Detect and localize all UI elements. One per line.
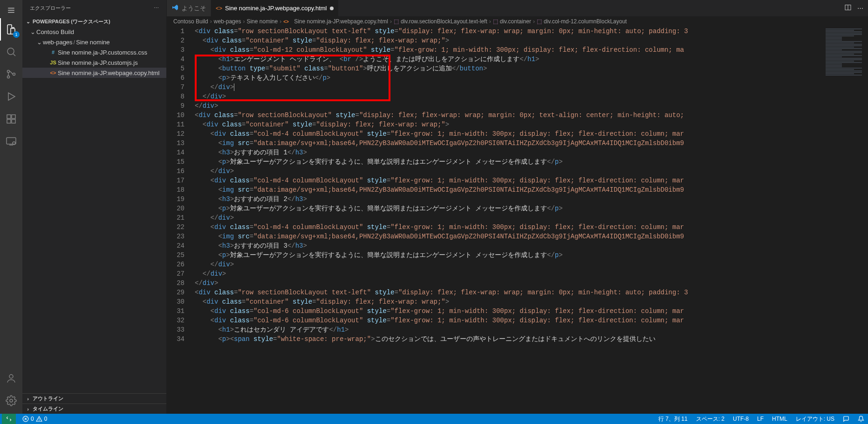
- chevron-right-icon: ›: [24, 406, 32, 412]
- svg-point-24: [39, 420, 39, 421]
- svg-line-4: [14, 54, 15, 56]
- problems-status[interactable]: 0 0: [21, 416, 49, 422]
- file-label: Sine nomine.ja-JP.customjs.js: [58, 59, 138, 66]
- workspace-section-header[interactable]: ⌄ POWERPAGES (ワークスペース): [22, 16, 166, 27]
- settings-gear-icon[interactable]: [0, 389, 22, 412]
- menu-button[interactable]: [0, 2, 22, 18]
- split-editor-icon[interactable]: [844, 4, 852, 13]
- svg-point-5: [7, 70, 10, 73]
- run-debug-icon[interactable]: [0, 85, 22, 108]
- search-icon[interactable]: [0, 41, 22, 63]
- outline-section-header[interactable]: › アウトライン: [22, 393, 166, 403]
- feedback-icon[interactable]: [841, 416, 851, 422]
- breadcrumb-item[interactable]: web-pages: [214, 18, 241, 25]
- code-content[interactable]: <div class="row sectionBlockLayout text-…: [193, 27, 824, 414]
- file-webpage-copy-html[interactable]: <> Sine nomine.ja-JP.webpage.copy.html: [22, 68, 166, 78]
- eol-status[interactable]: LF: [755, 416, 765, 422]
- svg-point-17: [10, 399, 13, 402]
- chevron-down-icon: ⌄: [35, 39, 43, 46]
- line-number-gutter: 12345678910 11121314151617181920 2122232…: [167, 27, 193, 414]
- timeline-label: タイムライン: [33, 405, 63, 412]
- folder-label: Contoso Build: [36, 28, 74, 35]
- indentation-status[interactable]: スペース: 2: [694, 415, 726, 423]
- notifications-icon[interactable]: [856, 416, 866, 422]
- svg-rect-9: [7, 115, 11, 118]
- explorer-icon[interactable]: 1: [0, 18, 22, 41]
- extensions-icon[interactable]: [0, 108, 22, 130]
- dirty-indicator-icon: [330, 7, 334, 10]
- timeline-section-header[interactable]: › タイムライン: [22, 403, 166, 414]
- breadcrumb-item[interactable]: Sine nomine: [246, 18, 278, 25]
- svg-marker-8: [8, 93, 15, 100]
- chevron-right-icon: ›: [24, 396, 32, 402]
- encoding-status[interactable]: UTF-8: [731, 416, 751, 422]
- editor-area: ようこそ <> Sine nomine.ja-JP.webpage.copy.h…: [167, 0, 868, 414]
- js-file-icon: JS: [48, 60, 58, 65]
- html-file-icon: <>: [216, 5, 222, 12]
- remote-explorer-icon[interactable]: [0, 130, 22, 153]
- breadcrumb-item[interactable]: ⬚div.row.sectionBlockLayout.text-left: [394, 18, 487, 25]
- breadcrumb[interactable]: Contoso Build› web-pages› Sine nomine› <…: [167, 16, 868, 27]
- source-control-icon[interactable]: [0, 63, 22, 85]
- svg-rect-12: [12, 115, 15, 118]
- vscode-icon: [171, 4, 179, 13]
- file-customcss[interactable]: # Sine nomine.ja-JP.customcss.css: [22, 47, 166, 57]
- cursor-position[interactable]: 行 7、列 11: [656, 415, 690, 423]
- svg-rect-13: [7, 138, 16, 144]
- file-customjs[interactable]: JS Sine nomine.ja-JP.customjs.js: [22, 57, 166, 68]
- html-file-icon: <>: [48, 70, 58, 76]
- explorer-badge: 1: [13, 31, 20, 38]
- folder-web-pages[interactable]: ⌄ web-pages / Sine nomine: [22, 37, 166, 47]
- activity-bar: 1: [0, 0, 22, 414]
- sidebar-title: エクスプローラー: [30, 5, 71, 12]
- chevron-down-icon: ⌄: [29, 28, 36, 35]
- outline-label: アウトライン: [33, 395, 63, 402]
- path-sep: /: [74, 39, 75, 46]
- status-bar: 0 0 行 7、列 11 スペース: 2 UTF-8 LF HTML レイアウト…: [0, 414, 868, 424]
- breadcrumb-item[interactable]: ⬚div.container: [493, 18, 531, 25]
- breadcrumb-item[interactable]: Contoso Build: [173, 18, 208, 25]
- more-actions-icon[interactable]: ⋯: [857, 5, 863, 12]
- tab-bar: ようこそ <> Sine nomine.ja-JP.webpage.copy.h…: [167, 0, 868, 16]
- svg-point-16: [9, 375, 13, 378]
- sidebar-more-icon[interactable]: ⋯: [154, 5, 159, 11]
- remote-indicator[interactable]: [2, 414, 16, 424]
- file-label: Sine nomine.ja-JP.webpage.copy.html: [58, 70, 159, 76]
- minimap[interactable]: [824, 27, 868, 414]
- folder-label: Sine nomine: [76, 39, 109, 46]
- code-editor[interactable]: 12345678910 11121314151617181920 2122232…: [167, 27, 868, 414]
- language-mode[interactable]: HTML: [770, 416, 789, 422]
- tab-label: Sine nomine.ja-JP.webpage.copy.html: [225, 5, 327, 12]
- workspace-label: POWERPAGES (ワークスペース): [33, 18, 110, 25]
- css-file-icon: #: [48, 49, 58, 55]
- tab-label: ようこそ: [182, 4, 206, 13]
- layout-status[interactable]: レイアウト: US: [794, 415, 836, 423]
- folder-label: web-pages: [43, 39, 73, 46]
- tab-webpage-html[interactable]: <> Sine nomine.ja-JP.webpage.copy.html: [211, 0, 339, 16]
- accounts-icon[interactable]: [0, 367, 22, 389]
- folder-contoso-build[interactable]: ⌄ Contoso Build: [22, 27, 166, 37]
- sidebar: エクスプローラー ⋯ ⌄ POWERPAGES (ワークスペース) ⌄ Cont…: [22, 0, 167, 414]
- breadcrumb-item[interactable]: <> Sine nomine.ja-JP.webpage.copy.html: [283, 18, 388, 25]
- file-label: Sine nomine.ja-JP.customcss.css: [58, 49, 147, 56]
- breadcrumb-item[interactable]: ⬚div.col-md-12.columnBlockLayout: [537, 18, 627, 25]
- warning-count: 0: [44, 416, 48, 422]
- tab-welcome[interactable]: ようこそ: [167, 0, 211, 16]
- svg-point-7: [13, 73, 15, 76]
- chevron-down-icon: ⌄: [24, 19, 32, 25]
- error-count: 0: [31, 416, 34, 422]
- svg-rect-10: [7, 119, 11, 123]
- svg-rect-11: [12, 119, 15, 123]
- svg-point-3: [7, 48, 14, 55]
- svg-point-6: [7, 76, 10, 78]
